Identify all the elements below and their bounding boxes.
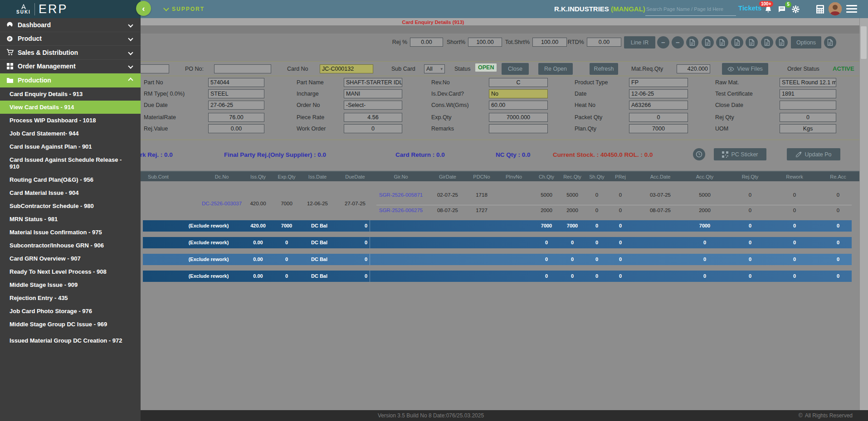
column-header[interactable]: Acc.Date [650, 174, 671, 179]
sidebar-subitem[interactable]: Job Card Photo Storage - 976 [0, 305, 141, 318]
close-date-input[interactable] [780, 101, 836, 110]
sidebar-subitem[interactable]: Material Issue Confirmation - 975 [0, 226, 141, 239]
sidebar-subitem[interactable]: Process WIP Dashboard - 1018 [0, 114, 141, 127]
part-no-input[interactable]: 574044 [208, 78, 264, 87]
calculator-icon[interactable] [816, 5, 824, 14]
is-dev-card-input[interactable]: No [489, 89, 548, 98]
column-header[interactable]: Iss.Date [308, 174, 327, 179]
sidebar-subitem[interactable]: View Card Details - 914 [0, 101, 141, 114]
rm-type-0-0-input[interactable]: STEEL [208, 89, 264, 98]
column-header[interactable]: Acc.Qty [696, 174, 714, 179]
column-header[interactable]: GirDate [439, 174, 456, 179]
rej-qty-input[interactable]: 0 [780, 113, 836, 122]
cons-wt-gms-input[interactable]: 60.00 [489, 101, 548, 110]
pdf-export-button[interactable] [731, 36, 743, 48]
sub-card-select[interactable]: All▾ [424, 64, 445, 73]
sidebar-item-sales-distribution[interactable]: Sales & Distribution [0, 46, 141, 60]
refresh-button[interactable]: Refresh [590, 63, 618, 75]
order-no-input[interactable]: -Select- [344, 101, 402, 110]
sidebar-subitem[interactable]: Job Card Statement- 944 [0, 127, 141, 140]
vertical-scrollbar[interactable] [859, 18, 868, 410]
pdf-export-button[interactable] [686, 36, 698, 48]
sidebar-subitem[interactable]: Subcontractor/Inhouse GRN - 906 [0, 239, 141, 252]
pdf-export-button[interactable] [746, 36, 758, 48]
date-input[interactable]: 12-06-25 [629, 89, 688, 98]
doc-link[interactable]: DC-2526-003037 [202, 201, 242, 206]
pdf-export-button[interactable] [716, 36, 728, 48]
sidebar-subitem[interactable]: SubContractor Schedule - 980 [0, 199, 141, 213]
view-files-button[interactable]: View Files [722, 63, 768, 75]
column-header[interactable]: Ch.Qty [539, 174, 554, 179]
column-header[interactable]: PRej [615, 174, 626, 179]
update-po-button[interactable]: Update Po [787, 148, 840, 160]
doc-link[interactable]: SGR-2526-006275 [379, 208, 423, 213]
sidebar-item-production[interactable]: Production [0, 73, 141, 87]
line-ir-button[interactable]: Line IR [624, 36, 655, 48]
sidebar-subitem[interactable]: Card Material Issue - 904 [0, 186, 141, 199]
mat-req-qty-input[interactable]: 420.000 [677, 64, 710, 73]
column-header[interactable]: Exp.Qty [278, 174, 295, 179]
tickets-link[interactable]: Tickets [738, 4, 761, 12]
sidebar-subitem[interactable]: Issued Material Group DC Creation - 972 [0, 331, 141, 351]
sidebar-subitem[interactable]: Middle Stage Group DC Issue - 969 [0, 318, 141, 331]
column-header[interactable]: Re.Acc [830, 174, 846, 179]
search-input[interactable] [645, 3, 736, 16]
column-header[interactable]: Rework [786, 174, 803, 179]
column-header[interactable]: Gir.No [394, 174, 408, 179]
options-button[interactable]: Options [791, 36, 821, 48]
scrollbar-thumb[interactable] [861, 26, 867, 59]
pdf-export-button[interactable] [761, 36, 773, 48]
uom-input[interactable]: Kgs [780, 124, 836, 133]
gear-icon[interactable] [792, 5, 800, 13]
reopen-button[interactable]: Re Open [538, 63, 573, 75]
pdf-export-button[interactable] [824, 36, 836, 48]
sidebar-subitem[interactable]: Card Issued Against Schedule Release - 9… [0, 153, 141, 173]
column-header[interactable]: Sh.Qty [589, 174, 605, 179]
sidebar-subitem[interactable]: Middle Stage Issue - 909 [0, 278, 141, 291]
collapse-row-button[interactable]: − [672, 36, 684, 48]
pdf-export-button[interactable] [775, 36, 788, 48]
support-menu[interactable]: SUPPORT [164, 6, 205, 12]
sidebar-subitem[interactable]: Card GRN Overview - 907 [0, 252, 141, 265]
close-button[interactable]: Close [502, 63, 529, 75]
bell-icon[interactable] [765, 6, 772, 14]
raw-mat-input[interactable]: STEEL Round 12.1 mm [780, 78, 836, 87]
heat-no-input[interactable]: A63266 [629, 101, 688, 110]
rev-no-input[interactable]: C [489, 78, 548, 87]
column-header[interactable]: PDCNo [473, 174, 490, 179]
materialrate-input[interactable]: 76.00 [208, 113, 264, 122]
column-header[interactable]: PInvNo [506, 174, 522, 179]
sidebar-subitem[interactable]: MRN Status - 981 [0, 213, 141, 226]
column-header[interactable]: Dc.No [215, 174, 229, 179]
exp-qty-input[interactable]: 7000.000 [489, 113, 548, 122]
tab-card-enquiry-details[interactable]: Card Enquiry Details (913) [402, 19, 464, 25]
history-clock-button[interactable] [693, 148, 705, 160]
incharge-input[interactable]: MANI [344, 89, 402, 98]
test-certificate-input[interactable]: 1891 [780, 89, 836, 98]
sidebar-subitem[interactable]: Card Issue Against Plan - 901 [0, 140, 141, 153]
column-header[interactable]: Iss.Qty [250, 174, 266, 179]
plan-qty-input[interactable]: 7000 [629, 124, 688, 133]
sidebar-subitem[interactable]: Rejection Entry - 435 [0, 291, 141, 305]
column-header[interactable]: DueDate [345, 174, 365, 179]
product-type-input[interactable]: FP [629, 78, 688, 87]
avatar[interactable] [829, 2, 842, 15]
sidebar-collapse-button[interactable]: ‹ [136, 1, 151, 16]
sidebar-item-dashboard[interactable]: Dashboard [0, 18, 141, 32]
part-name-input[interactable]: SHAFT-STARTER IDLER [344, 78, 402, 87]
chat-icon[interactable] [778, 6, 785, 13]
pct-input[interactable]: 0.00 [587, 38, 621, 47]
packet-qty-input[interactable]: 0 [629, 113, 688, 122]
sidebar-subitem[interactable]: Routing Card Plan(O&G) - 956 [0, 173, 141, 186]
sidebar-item-order-management[interactable]: Order Management [0, 60, 141, 74]
due-date-input[interactable]: 27-06-25 [208, 101, 264, 110]
doc-link[interactable]: SGR-2526-005871 [379, 192, 423, 198]
collapse-row-button[interactable]: − [657, 36, 669, 48]
pc-sticker-button[interactable]: PC Sticker [714, 148, 766, 160]
sidebar-item-product[interactable]: PProduct [0, 32, 141, 46]
sidebar-subitem[interactable]: Ready To Next Level Process - 908 [0, 265, 141, 278]
rej-value-input[interactable]: 0.00 [208, 124, 264, 133]
card-no-input[interactable]: JC-C000132 [320, 64, 373, 73]
remarks-input[interactable] [489, 124, 548, 133]
pdf-export-button[interactable] [702, 36, 714, 48]
